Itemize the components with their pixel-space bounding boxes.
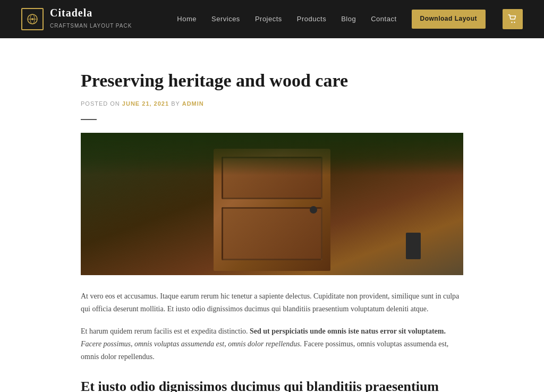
post-title: Preserving heritage and wood care bbox=[81, 70, 463, 92]
post-paragraph-2: Et harum quidem rerum facilis est et exp… bbox=[81, 325, 463, 363]
post-meta-prefix: POSTED ON bbox=[81, 100, 120, 107]
nav-contact[interactable]: Contact bbox=[371, 14, 396, 25]
post-paragraph-1: At vero eos et accusamus. Itaque earum r… bbox=[81, 290, 463, 316]
nav-products[interactable]: Products bbox=[297, 14, 326, 25]
post-meta: POSTED ON JUNE 21, 2021 BY ADMIN bbox=[81, 99, 463, 109]
logo-icon bbox=[21, 8, 44, 30]
door-handle bbox=[310, 206, 317, 214]
site-tagline: Craftsman Layout Pack bbox=[50, 23, 132, 29]
post-subheading: Et iusto odio dignissimos ducimus qui bl… bbox=[81, 378, 463, 392]
post-para2-bold: Sed ut perspiciatis unde omnis iste natu… bbox=[250, 327, 446, 335]
post-date: JUNE 21, 2021 bbox=[122, 100, 169, 107]
post-featured-image bbox=[81, 133, 463, 275]
door-keypad bbox=[406, 233, 421, 259]
post-para2-plain: Et harum quidem rerum facilis est et exp… bbox=[81, 327, 248, 335]
site-header: Citadela Craftsman Layout Pack Home Serv… bbox=[0, 0, 544, 38]
post-author: ADMIN bbox=[182, 100, 204, 107]
svg-point-4 bbox=[511, 22, 512, 23]
post-divider bbox=[81, 119, 97, 120]
foliage-overlay bbox=[81, 133, 463, 175]
site-logo[interactable]: Citadela Craftsman Layout Pack bbox=[21, 7, 132, 31]
door-panel-bottom bbox=[222, 207, 322, 260]
door-scene bbox=[81, 133, 463, 275]
nav-home[interactable]: Home bbox=[177, 14, 197, 25]
main-nav: Home Services Projects Products Blog Con… bbox=[177, 9, 523, 29]
main-content: Preserving heritage and wood care POSTED… bbox=[70, 38, 474, 392]
nav-services[interactable]: Services bbox=[211, 14, 240, 25]
site-name: Citadela bbox=[50, 7, 132, 19]
post-meta-by: BY bbox=[171, 100, 180, 107]
nav-projects[interactable]: Projects bbox=[255, 14, 282, 25]
nav-download[interactable]: Download Layout bbox=[412, 10, 486, 28]
svg-point-5 bbox=[514, 22, 515, 23]
cart-icon bbox=[508, 14, 517, 24]
logo-text: Citadela Craftsman Layout Pack bbox=[50, 7, 132, 31]
svg-point-3 bbox=[31, 18, 33, 20]
post-body: At vero eos et accusamus. Itaque earum r… bbox=[81, 290, 463, 392]
cart-button[interactable] bbox=[503, 9, 523, 29]
nav-blog[interactable]: Blog bbox=[341, 14, 356, 25]
post-para2-italic: Facere possimus, omnis voluptas assumend… bbox=[81, 340, 302, 348]
